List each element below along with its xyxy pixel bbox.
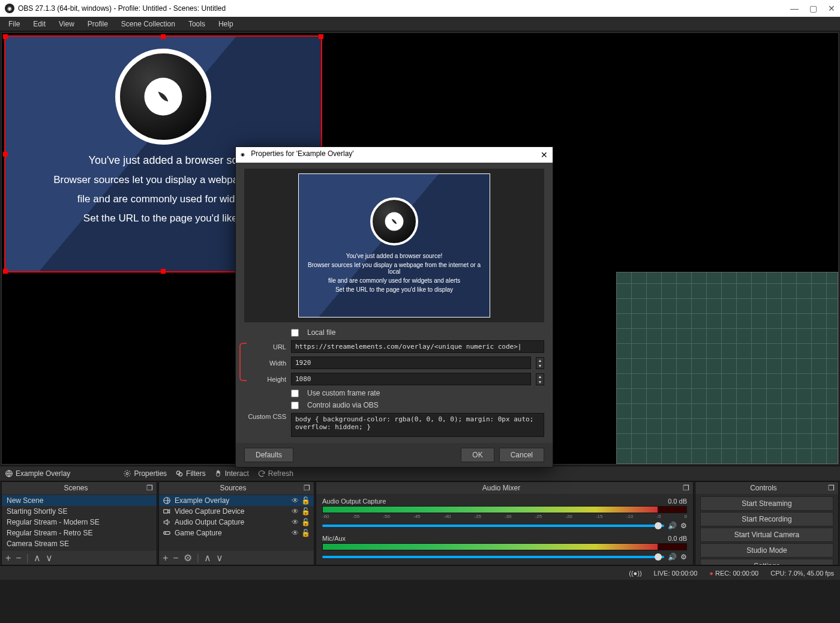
source-toolbar: Example Overlay Properties Filters Inter… [0,466,840,481]
resize-handle-s[interactable] [161,269,166,274]
studio-mode-button[interactable]: Studio Mode [700,543,833,558]
menu-tools[interactable]: Tools [182,18,211,30]
sources-down-button[interactable]: ∨ [216,552,223,564]
scene-item[interactable]: New Scene [2,495,157,506]
status-bar: ((●)) LIVE: 00:00:00 ● REC: 00:00:00 CPU… [0,565,840,580]
sources-up-button[interactable]: ∧ [204,552,211,564]
properties-dialog: ◉ Properties for 'Example Overlay' ✕ You… [235,146,553,468]
defaults-button[interactable]: Defaults [244,448,293,462]
start-virtual-camera-button[interactable]: Start Virtual Camera [700,528,833,542]
window-titlebar: ◉ OBS 27.1.3 (64-bit, windows) - Profile… [0,0,840,17]
gear-icon[interactable]: ⚙ [680,522,687,530]
source-item[interactable]: Video Capture Device 👁🔓 [159,506,314,517]
menu-edit[interactable]: Edit [27,18,52,30]
source-item[interactable]: Game Capture 👁🔓 [159,528,314,538]
toolbar-properties-button[interactable]: Properties [123,469,167,478]
scenes-popout-icon[interactable]: ❐ [146,484,153,492]
lock-icon[interactable]: 🔓 [301,496,310,505]
volume-slider[interactable] [322,525,664,527]
eye-icon[interactable]: 👁 [292,529,299,537]
status-cpu: CPU: 7.0%, 45.00 fps [770,570,834,577]
menu-help[interactable]: Help [212,18,239,30]
lock-icon[interactable]: 🔓 [301,529,310,537]
menu-file[interactable]: File [2,18,26,30]
scenes-divider: | [26,553,29,564]
close-button[interactable]: ✕ [828,4,835,13]
svg-rect-5 [164,510,168,513]
menu-view[interactable]: View [53,18,80,30]
sources-popout-icon[interactable]: ❐ [304,484,310,492]
sources-remove-button[interactable]: − [173,553,178,564]
speaker-icon[interactable]: 🔊 [668,522,677,530]
source-item[interactable]: Audio Output Capture 👁🔓 [159,517,314,528]
sources-properties-button[interactable]: ⚙ [184,552,192,564]
resize-handle-w[interactable] [3,152,8,157]
height-input[interactable] [291,373,531,385]
camera-icon [163,507,171,516]
resize-handle-ne[interactable] [319,34,323,39]
url-label: URL [244,343,286,351]
resize-handle-sw[interactable] [3,269,8,274]
minimize-button[interactable]: — [790,4,799,13]
control-audio-checkbox[interactable] [291,402,299,409]
custom-css-input[interactable] [291,413,544,437]
settings-button[interactable]: Settings [700,559,833,565]
url-input[interactable] [291,340,544,353]
menu-profile[interactable]: Profile [82,18,114,30]
gear-icon[interactable]: ⚙ [680,553,687,561]
eye-icon[interactable]: 👁 [292,496,299,505]
height-spinner[interactable]: ▲▼ [536,373,544,385]
lock-icon[interactable]: 🔓 [301,518,310,526]
start-streaming-button[interactable]: Start Streaming [700,496,833,511]
scene-item[interactable]: Starting Shortly SE [2,506,157,517]
scenes-add-button[interactable]: + [5,553,11,564]
scenes-down-button[interactable]: ∨ [46,552,53,564]
scenes-remove-button[interactable]: − [16,553,21,564]
scene-item[interactable]: Regular Stream - Retro SE [2,528,157,538]
maximize-button[interactable]: ▢ [809,4,817,13]
svg-point-1 [127,472,129,475]
start-recording-button[interactable]: Start Recording [700,512,833,526]
obs-big-icon [370,197,418,245]
gamepad-icon [163,529,171,537]
scene-item[interactable]: Camera Stream SE [2,538,157,549]
custom-frame-rate-label: Use custom frame rate [307,389,380,397]
annotation-bracket [239,343,247,381]
preview-video-capture[interactable] [616,272,838,464]
mixer-popout-icon[interactable]: ❐ [683,484,689,492]
controls-popout-icon[interactable]: ❐ [828,484,835,492]
sources-add-button[interactable]: + [163,553,168,564]
toolbar-filters-button[interactable]: Filters [175,469,206,478]
toolbar-interact-button[interactable]: Interact [214,469,249,478]
speaker-icon[interactable]: 🔊 [668,553,677,561]
dialog-close-button[interactable]: ✕ [541,150,548,160]
sources-title: Sources [163,484,304,492]
sources-divider: | [197,553,199,564]
mixer-title: Audio Mixer [320,484,683,492]
record-dot-icon: ● [709,570,713,577]
local-file-checkbox[interactable] [291,329,299,337]
mixer-meter [322,543,687,550]
dialog-title-text: Properties for 'Example Overlay' [251,149,353,158]
custom-frame-rate-checkbox[interactable] [291,390,299,397]
lock-icon[interactable]: 🔓 [301,507,310,516]
hand-icon [214,469,223,478]
resize-handle-n[interactable] [161,34,166,39]
volume-slider[interactable] [322,556,664,558]
window-title: OBS 27.1.3 (64-bit, windows) - Profile: … [18,4,226,13]
resize-handle-nw[interactable] [3,34,8,39]
sources-list[interactable]: Example Overlay 👁🔓 Video Capture Device … [159,494,314,551]
toolbar-refresh-button[interactable]: Refresh [257,469,293,478]
scenes-list[interactable]: New Scene Starting Shortly SE Regular St… [2,494,157,551]
ok-button[interactable]: OK [461,448,494,462]
source-item[interactable]: Example Overlay 👁🔓 [159,495,314,506]
menu-scene-collection[interactable]: Scene Collection [115,18,181,30]
eye-icon[interactable]: 👁 [292,507,299,516]
eye-icon[interactable]: 👁 [292,518,299,526]
width-input[interactable] [291,357,531,369]
scene-item[interactable]: Regular Stream - Modern SE [2,517,157,528]
menu-bar: File Edit View Profile Scene Collection … [0,17,840,31]
scenes-up-button[interactable]: ∧ [34,552,41,564]
cancel-button[interactable]: Cancel [499,448,544,462]
width-spinner[interactable]: ▲▼ [536,357,544,369]
